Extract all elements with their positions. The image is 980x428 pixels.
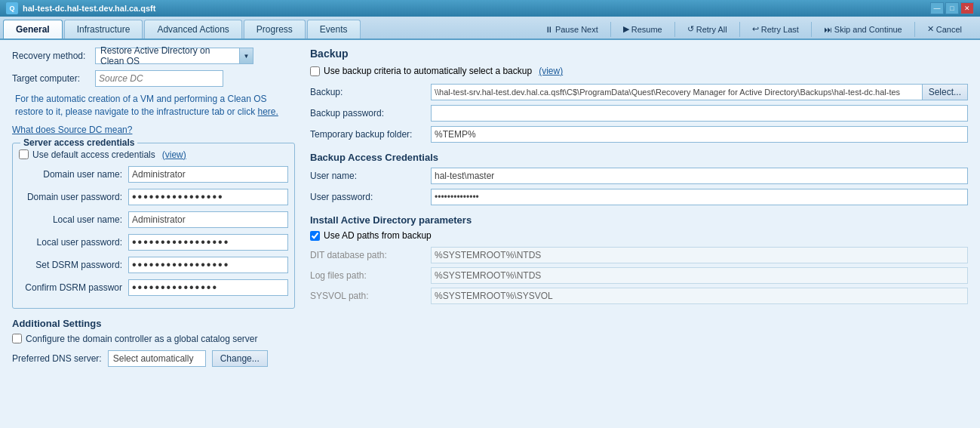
local-password-label: Local user password: [19,237,128,248]
cancel-label: Cancel [936,25,962,34]
preferred-dns-label: Preferred DNS server: [12,353,102,364]
info-text-content: For the automatic creation of a VM and p… [15,94,267,117]
cancel-button[interactable]: ✕ Cancel [921,22,968,36]
log-path-label: Log files path: [310,270,431,281]
retry-all-button[interactable]: ↺ Retry All [681,22,733,36]
domain-password-label: Domain user password: [19,192,128,202]
tab-bar: General Infrastructure Advanced Actions … [0,17,980,40]
dsrm-password-input[interactable] [128,257,288,273]
backup-access-title: Backup Access Credentials [310,152,968,163]
minimize-button[interactable]: — [930,2,944,14]
sysvol-path-input [431,288,968,304]
view-credentials-link[interactable]: (view) [162,149,186,160]
skip-continue-button[interactable]: ⏭ Skip and Continue [818,23,908,36]
confirm-dsrm-input[interactable] [128,279,288,296]
pause-next-button[interactable]: ⏸ Pause Next [539,23,604,36]
backup-path-label: Backup: [310,87,431,97]
skip-continue-label: Skip and Continue [834,25,902,34]
change-button[interactable]: Change... [212,350,268,367]
global-catalog-checkbox[interactable] [12,334,22,343]
preferred-dns-select[interactable]: Select automatically [108,350,206,367]
user-password-label: User password: [310,192,431,202]
skip-icon: ⏭ [824,25,832,34]
resume-button[interactable]: ▶ Resume [617,22,668,36]
resume-label: Resume [631,25,662,34]
here-link[interactable]: here. [258,106,278,117]
username-label: User name: [310,171,431,181]
username-input[interactable] [431,168,968,184]
use-default-row: Use default access credentials (view) [19,149,288,160]
domain-user-label: Domain user name: [19,169,128,180]
preferred-dns-row: Preferred DNS server: Select automatical… [12,350,295,367]
tab-infrastructure[interactable]: Infrastructure [64,20,143,38]
backup-path-container: Select... [431,84,968,100]
use-default-label: Use default access credentials [32,149,155,160]
select-backup-button[interactable]: Select... [922,84,968,100]
view-backup-link[interactable]: (view) [539,66,563,76]
close-button[interactable]: ✕ [960,2,974,14]
retry-last-button[interactable]: ↩ Retry Last [746,22,805,36]
what-does-link[interactable]: What does Source DC mean? [12,125,132,135]
toolbar-separator-2 [674,22,675,37]
window-title: hal-test-dc.hal-test.dev.hal.ca.qsft [23,4,155,13]
domain-user-row: Domain user name: [19,166,288,183]
info-text: For the automatic creation of a VM and p… [15,93,295,119]
user-password-row: User password: [310,189,968,205]
use-ad-paths-row: Use AD paths from backup [310,230,968,241]
resume-icon: ▶ [623,24,629,34]
maximize-button[interactable]: □ [945,2,959,14]
left-panel: Recovery method: Restore Active Director… [12,48,295,425]
use-ad-paths-label: Use AD paths from backup [324,230,432,241]
toolbar: ⏸ Pause Next ▶ Resume ↺ Retry All ↩ Retr… [539,22,980,37]
sysvol-path-row: SYSVOL path: [310,288,968,304]
tab-general[interactable]: General [3,20,63,38]
additional-settings-title: Additional Settings [12,318,295,329]
use-default-checkbox[interactable] [19,149,29,159]
temp-backup-row: Temporary backup folder: [310,126,968,143]
backup-password-input[interactable] [431,105,968,122]
global-catalog-label: Configure the domain controller as a glo… [26,334,258,344]
domain-user-input[interactable] [128,166,288,183]
dsrm-password-row: Set DSRM password: [19,257,288,273]
use-backup-criteria-label: Use backup criteria to automatically sel… [324,66,532,76]
user-password-input[interactable] [431,189,968,205]
tab-progress[interactable]: Progress [244,20,306,38]
cancel-icon: ✕ [927,24,934,34]
credentials-box: Server access credentials Use default ac… [12,143,295,309]
log-path-input [431,267,968,284]
credentials-legend: Server access credentials [20,137,137,148]
tab-advanced-actions[interactable]: Advanced Actions [144,20,241,38]
recovery-method-dropdown[interactable]: Restore Active Directory on Clean OS ▼ [95,48,253,64]
temp-backup-input[interactable] [431,126,968,143]
retry-last-label: Retry Last [761,25,799,34]
pause-icon: ⏸ [545,25,553,34]
recovery-method-row: Recovery method: Restore Active Director… [12,48,295,64]
right-panel: Backup Use backup criteria to automatica… [310,48,968,425]
backup-password-row: Backup password: [310,105,968,122]
backup-path-input[interactable] [431,84,922,100]
use-ad-paths-checkbox[interactable] [310,231,320,241]
local-user-row: Local user name: [19,211,288,228]
retry-all-label: Retry All [696,25,727,34]
target-computer-row: Target computer: [12,70,295,87]
dit-path-label: DIT database path: [310,250,431,260]
temp-backup-label: Temporary backup folder: [310,129,431,140]
install-ad-title: Install Active Directory parameters [310,214,968,226]
retry-all-icon: ↺ [687,24,694,34]
tab-events[interactable]: Events [307,20,361,38]
main-content: Recovery method: Restore Active Director… [0,40,980,428]
username-row: User name: [310,168,968,184]
domain-password-input[interactable] [128,189,288,205]
target-computer-input[interactable] [95,70,223,87]
retry-last-icon: ↩ [752,24,759,34]
use-backup-criteria-checkbox[interactable] [310,66,320,76]
tabs: General Infrastructure Advanced Actions … [3,20,361,38]
window-controls: — □ ✕ [930,2,974,14]
local-password-input[interactable] [128,234,288,251]
confirm-dsrm-label: Confirm DSRM passwor [19,282,128,293]
backup-path-row: Backup: Select... [310,84,968,100]
dit-path-input [431,247,968,263]
local-user-input[interactable] [128,211,288,228]
dsrm-password-label: Set DSRM password: [19,260,128,270]
dropdown-arrow-icon: ▼ [239,48,253,63]
